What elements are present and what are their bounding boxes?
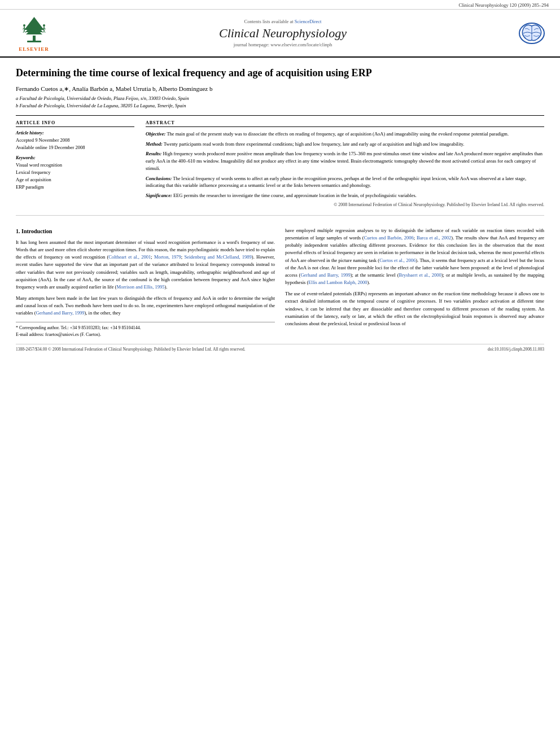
ref-coltheart[interactable]: Coltheart et al., 2001: [108, 254, 151, 260]
abstract-significance: Significance: EEG permits the researcher…: [146, 192, 544, 199]
ref-cuetos-barbon[interactable]: Cuetos and Barbón, 2006: [364, 235, 414, 241]
journal-title: Clinical Neurophysiology: [62, 26, 504, 41]
method-label: Method:: [146, 141, 163, 147]
article-history: Article history: Accepted 9 November 200…: [16, 130, 134, 151]
issn-copyright: 1388-2457/$34.00 © 2008 International Fe…: [16, 347, 246, 352]
journal-center: Contents lists available at ScienceDirec…: [62, 19, 504, 47]
body-para-3: have employed multiple regression analys…: [285, 227, 544, 286]
body-para-4: The use of event-related potentials (ERP…: [285, 290, 544, 327]
svg-point-5: [23, 24, 25, 27]
elsevier-logo: ELSEVIER: [11, 14, 56, 52]
significance-label: Significance:: [146, 193, 172, 198]
journal-reference: Clinical Neurophysiology 120 (2009) 285–…: [0, 0, 560, 10]
svg-line-16: [44, 30, 45, 33]
article-content: Determining the time course of lexical f…: [0, 58, 560, 227]
keyword-1: Visual word recognition: [16, 161, 134, 169]
keywords-group: Keywords: Visual word recognition Lexica…: [16, 155, 134, 190]
bottom-bar: 1388-2457/$34.00 © 2008 International Fe…: [16, 344, 544, 352]
keywords-label: Keywords:: [16, 155, 134, 160]
body-col-right: have employed multiple regression analys…: [285, 227, 544, 338]
keyword-2: Lexical frequency: [16, 169, 134, 176]
affiliations: a Facultad de Psicología, Universidad de…: [16, 95, 544, 110]
svg-point-11: [43, 24, 45, 27]
ref-barca[interactable]: Barca et al., 2002: [417, 235, 451, 241]
ref-seidenberg[interactable]: Seidenberg and McClelland, 1989: [184, 254, 251, 260]
journal-logo-right: [509, 18, 549, 49]
footnote-corresponding: * Corresponding author. Tel.: +34 9 8510…: [16, 325, 275, 331]
significance-text: EEG permits the researcher to investigat…: [173, 193, 417, 198]
footnote-email: E-mail address: fcuetos@uniovi.es (F. Cu…: [16, 331, 275, 338]
ref-cuetos-2006[interactable]: Cuetos et al., 2006: [379, 257, 415, 263]
available-date: Available online 19 December 2008: [16, 144, 134, 151]
abstract-label: ABSTRACT: [146, 120, 544, 127]
keyword-4: ERP paradigm: [16, 184, 134, 191]
results-label: Results:: [146, 151, 161, 156]
ref-morton[interactable]: Morton, 1979: [154, 254, 181, 260]
keyword-3: Age of acquisition: [16, 176, 134, 184]
article-info-abstract: ARTICLE INFO Article history: Accepted 9…: [16, 115, 544, 207]
conclusions-label: Conclusions:: [146, 176, 172, 181]
body-columns: 1. Introduction It has long been assumed…: [0, 227, 560, 338]
objective-label: Objective:: [146, 131, 165, 137]
abstract-results: Results: High frequency words produced m…: [146, 150, 544, 172]
svg-line-15: [43, 30, 44, 33]
accepted-date: Accepted 9 November 2008: [16, 137, 134, 144]
ref-morrison[interactable]: Morrison and Ellis, 1995: [116, 284, 164, 290]
results-text: High frequency words produced more posit…: [146, 151, 542, 171]
authors: Fernando Cuetos a,∗, Analía Barbón a, Ma…: [16, 85, 544, 93]
body-para-1: It has long been assumed that the most i…: [16, 239, 275, 291]
ref-ellis-lambon[interactable]: Ellis and Lambon Ralph, 2000: [308, 279, 367, 285]
abstract-col: ABSTRACT Objective: The main goal of the…: [146, 120, 544, 207]
affiliation-a: a Facultad de Psicología, Universidad de…: [16, 95, 544, 102]
ref-gerhand-barry[interactable]: Gerhand and Barry, 1999: [300, 272, 350, 278]
elsevier-label: ELSEVIER: [19, 46, 49, 52]
abstract-objective: Objective: The main goal of the present …: [146, 130, 544, 138]
brain-logo-icon: [515, 18, 549, 49]
elsevier-tree-icon: [19, 14, 50, 45]
ref-gerhand[interactable]: Gerhand and Barry, 1999: [36, 310, 85, 316]
journal-homepage: journal homepage: www.elsevier.com/locat…: [62, 42, 504, 47]
abstract-method: Method: Twenty participants read words f…: [146, 141, 544, 148]
article-info-col: ARTICLE INFO Article history: Accepted 9…: [16, 120, 134, 207]
article-info-label: ARTICLE INFO: [16, 120, 134, 127]
copyright-text: © 2008 International Federation of Clini…: [146, 202, 544, 207]
section-divider: [16, 215, 544, 216]
article-title: Determining the time course of lexical f…: [16, 67, 544, 80]
body-para-2: Many attempts have been made in the last…: [16, 295, 275, 317]
body-col-left: 1. Introduction It has long been assumed…: [16, 227, 275, 338]
svg-rect-1: [27, 41, 41, 42]
svg-line-9: [23, 30, 24, 33]
conclusions-text: The lexical frequency of words seems to …: [146, 176, 526, 189]
objective-text: The main goal of the present study was t…: [167, 131, 509, 137]
history-label: Article history:: [16, 130, 134, 136]
section1-heading: 1. Introduction: [16, 227, 275, 235]
footnote: * Corresponding author. Tel.: +34 9 8510…: [16, 322, 275, 338]
ref-brysbaert[interactable]: Brysbaert et al., 2000: [399, 272, 441, 278]
method-text: Twenty participants read words from thre…: [164, 141, 465, 147]
abstract-conclusions: Conclusions: The lexical frequency of wo…: [146, 175, 544, 190]
svg-line-10: [24, 30, 25, 33]
doi: doi:10.1016/j.clinph.2008.11.003: [488, 347, 544, 352]
svg-rect-0: [33, 36, 36, 41]
affiliation-b: b Facultad de Psicología, Universidad de…: [16, 102, 544, 110]
sciencedirect-link[interactable]: Contents lists available at ScienceDirec…: [62, 19, 504, 24]
journal-header: ELSEVIER Contents lists available at Sci…: [0, 10, 560, 58]
